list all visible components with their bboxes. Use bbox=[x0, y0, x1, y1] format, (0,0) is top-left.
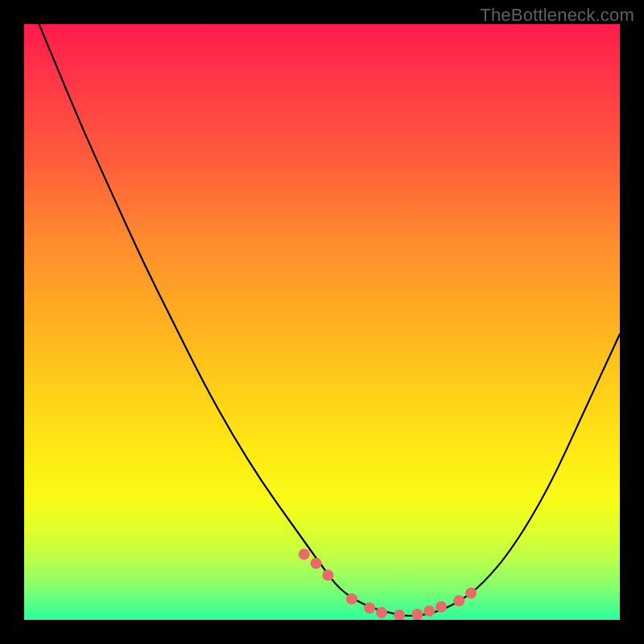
curve-marker bbox=[465, 588, 477, 599]
curve-marker bbox=[411, 609, 423, 620]
curve-layer bbox=[24, 24, 620, 620]
curve-marker bbox=[364, 602, 375, 613]
marker-group bbox=[299, 549, 477, 620]
curve-marker bbox=[322, 570, 333, 581]
curve-marker bbox=[423, 605, 435, 617]
curve-marker bbox=[436, 601, 447, 613]
curve-marker bbox=[346, 593, 357, 605]
plot-area bbox=[24, 24, 620, 620]
watermark-text: TheBottleneck.com bbox=[480, 5, 634, 26]
curve-marker bbox=[299, 549, 310, 560]
bottleneck-curve bbox=[24, 24, 620, 616]
chart-container: TheBottleneck.com bbox=[0, 0, 644, 644]
curve-marker bbox=[394, 609, 405, 620]
curve-marker bbox=[453, 595, 464, 606]
curve-marker bbox=[376, 607, 387, 618]
curve-marker bbox=[311, 558, 322, 569]
